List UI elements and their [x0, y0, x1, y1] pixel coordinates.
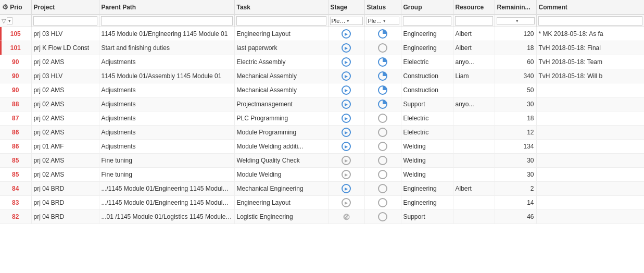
cell-parent-path: ...01 /1145 Module 01/Logistics 1145 Mod… [99, 210, 234, 224]
filter-parent-input[interactable] [101, 16, 233, 26]
filter-remaining-select[interactable]: ▾ [497, 17, 535, 24]
filter-remaining-arrow: ▾ [516, 18, 533, 23]
cell-status [364, 210, 401, 224]
status-icon-quarter [378, 85, 387, 95]
filter-task-input[interactable] [236, 16, 326, 26]
cell-remaining: 134 [495, 140, 536, 154]
cell-project: prj K Flow LD Const [31, 41, 99, 55]
table-row[interactable]: 101 prj K Flow LD Const Start and finish… [0, 41, 644, 55]
prio-value: 90 [12, 72, 19, 80]
cell-comment [536, 182, 644, 196]
table-row[interactable]: 90 prj 02 AMS Adjustments Electric Assem… [0, 55, 644, 69]
filter-stage-select[interactable]: Pleas ▾ [330, 17, 363, 25]
cell-project: prj 04 BRD [31, 210, 99, 224]
cell-stage [328, 55, 364, 69]
cell-parent-path: Fine tuning [99, 168, 234, 182]
cell-task: last paperwork [234, 41, 328, 55]
cell-group: Engineering [401, 27, 453, 41]
table-row[interactable]: 90 prj 02 AMS Adjustments Mechanical Ass… [0, 83, 644, 97]
table-row[interactable]: 105 prj 03 HLV 1145 Module 01/Engineerin… [0, 27, 644, 41]
status-icon-empty [378, 156, 387, 165]
cell-prio: 86 [0, 140, 31, 154]
cell-prio: 88 [0, 97, 31, 111]
stage-icon-blue-arrow [342, 128, 351, 137]
filter-comment-cell [536, 15, 644, 27]
cell-prio: 90 [0, 83, 31, 97]
cell-group: Elelectric [401, 55, 453, 69]
prio-value: 83 [12, 199, 19, 206]
cell-project: prj 02 AMS [31, 154, 99, 168]
table-row[interactable]: 85 prj 02 AMS Fine tuning Module Welding… [0, 168, 644, 182]
cell-stage [328, 111, 364, 126]
cell-prio: 83 [0, 196, 31, 210]
table-row[interactable]: 85 prj 02 AMS Fine tuning Welding Qualit… [0, 154, 644, 168]
header-task: Task [234, 0, 328, 15]
header-comment: Comment [536, 0, 644, 15]
filter-status-select[interactable]: Pleas ▾ [367, 17, 399, 25]
cell-status [364, 154, 401, 168]
filter-row: ▽ ▾ Pleas ▾ [0, 15, 644, 27]
status-icon-quarter [378, 29, 387, 39]
cell-comment [536, 168, 644, 182]
status-icon-quarter [378, 71, 387, 81]
cell-stage [328, 154, 364, 168]
table-row[interactable]: 90 prj 03 HLV 1145 Module 01/Assembly 11… [0, 69, 644, 83]
cell-comment: TvH 2018-05-18: Team [536, 55, 644, 69]
filter-status-cell: Pleas ▾ [364, 15, 401, 27]
filter-project-input[interactable] [33, 16, 97, 26]
cell-prio: 90 [0, 55, 31, 69]
cell-parent-path: 1145 Module 01/Assembly 1145 Module 01 [99, 69, 234, 83]
cell-project: prj 04 BRD [31, 196, 99, 210]
filter-resource-input[interactable] [455, 16, 493, 26]
cell-task: Projectmanagement [234, 97, 328, 111]
table-row[interactable]: 84 prj 04 BRD .../1145 Module 01/Enginee… [0, 182, 644, 196]
stage-icon-gray-arrow [342, 156, 351, 165]
cell-status [364, 55, 401, 69]
header-parent-path: Parent Path [99, 0, 234, 15]
table-row[interactable]: 86 prj 02 AMS Adjustments Module Program… [0, 126, 644, 140]
status-icon-empty [378, 128, 387, 137]
cell-stage [328, 168, 364, 182]
table-row[interactable]: 83 prj 04 BRD .../1145 Module 01/Enginee… [0, 196, 644, 210]
cell-remaining: 340 [495, 69, 536, 83]
status-icon-empty [378, 142, 387, 151]
cell-remaining: 2 [495, 182, 536, 196]
cell-prio: 105 [0, 27, 31, 41]
cell-group: Construction [401, 83, 453, 97]
cell-group: Elelectric [401, 126, 453, 140]
table-row[interactable]: 86 prj 01 AMF Adjustments Module Welding… [0, 140, 644, 154]
prio-value: 86 [12, 129, 19, 136]
cell-remaining: 18 [495, 41, 536, 55]
stage-icon-blue-arrow [342, 184, 351, 193]
cell-prio: 85 [0, 154, 31, 168]
table-row[interactable]: 87 prj 02 AMS Adjustments PLC Programmin… [0, 111, 644, 126]
stage-icon-blue-arrow [342, 100, 351, 109]
filter-remaining-cell: ▾ [495, 15, 536, 27]
stage-icon-gray-arrow [342, 170, 351, 179]
filter-group-cell [401, 15, 453, 27]
prio-value: 85 [12, 157, 19, 164]
table-row[interactable]: 82 prj 04 BRD ...01 /1145 Module 01/Logi… [0, 210, 644, 224]
stage-icon-blue-arrow [342, 114, 351, 123]
table-row[interactable]: 88 prj 02 AMS Adjustments Projectmanagem… [0, 97, 644, 111]
cell-task: Welding Quality Check [234, 154, 328, 168]
task-table: ⚙ Prio Project Parent Path Task Stage St… [0, 0, 644, 224]
cell-task: Logistic Engineering [234, 210, 328, 224]
cell-prio: 101 [0, 41, 31, 55]
cell-project: prj 01 AMF [31, 140, 99, 154]
prio-value: 84 [12, 185, 19, 192]
stage-icon-ban: ⊘ [342, 212, 351, 221]
cell-resource [453, 210, 495, 224]
cell-status [364, 140, 401, 154]
cell-parent-path: .../1145 Module 01/Engineering 1145 Modu… [99, 196, 234, 210]
cell-remaining: 30 [495, 168, 536, 182]
cell-prio: 85 [0, 168, 31, 182]
cell-project: prj 03 HLV [31, 69, 99, 83]
cell-resource: Liam [453, 69, 495, 83]
filter-group-input[interactable] [403, 16, 451, 26]
cell-remaining: 30 [495, 97, 536, 111]
filter-comment-input[interactable] [538, 16, 642, 26]
filter-stage-arrow: ▾ [347, 18, 361, 23]
prio-value: 101 [10, 44, 21, 52]
filter-prio-dropdown[interactable]: ▾ [7, 17, 12, 24]
